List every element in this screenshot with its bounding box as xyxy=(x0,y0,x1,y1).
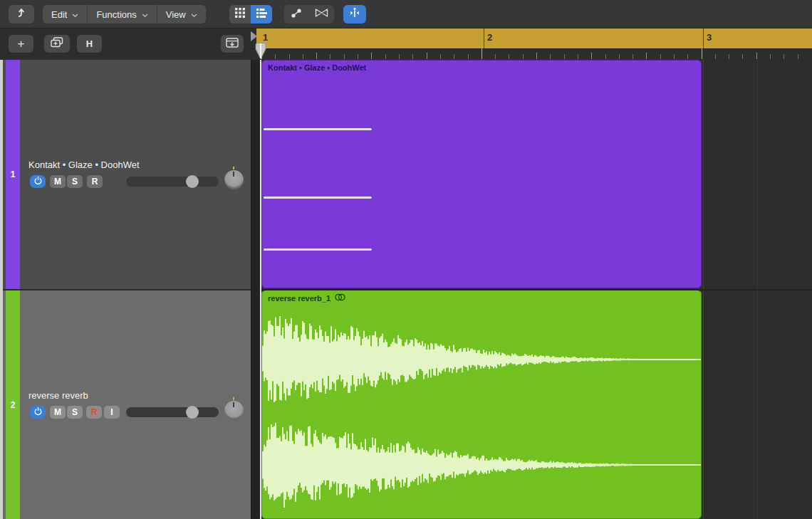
stereo-waveform xyxy=(262,290,702,519)
ruler-tick xyxy=(523,54,524,59)
ruler-tick xyxy=(468,54,469,59)
track-name[interactable]: Kontakt • Glaze • DoohWet xyxy=(28,159,140,170)
ruler-tick xyxy=(412,54,413,59)
solo-button[interactable]: S xyxy=(67,406,83,419)
ruler-tick xyxy=(275,54,276,59)
window-left-edge xyxy=(0,60,3,519)
mute-button[interactable]: M xyxy=(50,175,66,188)
menu-edit-label: Edit xyxy=(51,9,67,20)
track-color-strip[interactable]: 2 xyxy=(6,290,20,519)
crossfade-button[interactable] xyxy=(308,5,334,23)
pan-knob[interactable] xyxy=(224,170,244,189)
list-view-button[interactable] xyxy=(251,5,272,23)
ruler-tick xyxy=(440,54,441,59)
automation-icon xyxy=(291,8,302,21)
hide-tracks-button[interactable]: H xyxy=(77,35,102,53)
catch-playhead-icon xyxy=(349,7,360,21)
track-on-off-button[interactable] xyxy=(30,406,46,419)
ruler-tick xyxy=(316,53,317,59)
solo-button[interactable]: S xyxy=(67,175,83,188)
record-button[interactable]: R xyxy=(87,175,103,188)
volume-slider-handle[interactable] xyxy=(186,175,199,188)
playhead-line[interactable] xyxy=(260,60,261,519)
audio-region[interactable]: reverse reverb_1 xyxy=(261,290,702,519)
ruler-tick xyxy=(371,53,372,59)
ruler-tick xyxy=(385,54,386,59)
ruler-tick xyxy=(591,53,592,59)
track-header-config-button[interactable] xyxy=(221,35,244,53)
ruler-tick xyxy=(756,53,757,59)
volume-slider-handle[interactable] xyxy=(186,406,199,419)
track-on-off-button[interactable] xyxy=(30,175,46,188)
region-label: reverse reverb_1 xyxy=(268,293,345,303)
cycle-range[interactable]: 1 2 3 xyxy=(256,28,812,48)
grid-view-button[interactable] xyxy=(229,5,251,23)
track-header-config-icon xyxy=(226,38,239,51)
bar-line xyxy=(484,28,484,48)
track-bar-and-ruler: + H 1 2 3 xyxy=(0,28,812,60)
ruler-tick xyxy=(633,54,633,59)
add-track-button[interactable]: + xyxy=(9,35,33,53)
tracks-main-area: 1 Kontakt • Glaze • DoohWet M S R xyxy=(0,60,812,519)
menu-edit[interactable]: Edit xyxy=(43,5,88,23)
track-list-icon xyxy=(256,8,267,21)
ruler-tick xyxy=(330,54,330,59)
ruler-tick xyxy=(605,54,606,59)
hide-tracks-label: H xyxy=(86,38,93,49)
mute-button[interactable]: M xyxy=(50,406,66,419)
ruler-tick xyxy=(303,54,303,59)
bar-number: 3 xyxy=(707,32,712,43)
ruler-tick xyxy=(550,54,551,59)
menu-view[interactable]: View xyxy=(157,5,206,23)
ruler-ticks xyxy=(251,48,812,60)
region-label-text: reverse reverb_1 xyxy=(268,294,330,303)
track-header-2[interactable]: 2 reverse reverb M S R I xyxy=(0,290,251,519)
ruler-tick xyxy=(399,54,400,59)
bar-number: 1 xyxy=(263,32,268,43)
track-lane-area[interactable]: Kontakt • Glaze • DoohWet reverse reverb… xyxy=(260,60,812,519)
duplicate-track-button[interactable] xyxy=(44,35,70,53)
ruler-tick xyxy=(674,54,675,59)
track-name[interactable]: reverse reverb xyxy=(28,390,88,401)
catch-playhead-button[interactable] xyxy=(343,5,366,23)
region-label: Kontakt • Glaze • DoohWet xyxy=(268,63,366,72)
ruler-tick xyxy=(702,48,702,59)
menu-functions-label: Functions xyxy=(96,9,136,20)
move-up-button[interactable] xyxy=(9,5,34,23)
midi-note xyxy=(264,128,372,130)
track-number: 2 xyxy=(11,400,16,410)
ruler-tick xyxy=(742,54,743,59)
menu-view-label: View xyxy=(166,9,186,20)
input-monitor-button[interactable]: I xyxy=(104,406,120,419)
ruler-tick xyxy=(482,48,482,59)
chevron-down-icon xyxy=(72,9,78,20)
ruler-tick xyxy=(536,53,537,59)
ruler-tick xyxy=(784,54,784,59)
up-arrow-icon xyxy=(16,7,27,21)
ruler-tick xyxy=(798,54,798,59)
track-header-1[interactable]: 1 Kontakt • Glaze • DoohWet M S R xyxy=(0,60,251,289)
volume-slider[interactable] xyxy=(126,407,219,417)
track-color-strip[interactable]: 1 xyxy=(6,60,20,289)
ruler-tick xyxy=(660,54,661,59)
bar-line xyxy=(703,28,704,48)
track-number: 1 xyxy=(11,169,16,179)
ruler-tick xyxy=(509,54,509,59)
logic-pro-window: Edit Functions View xyxy=(0,0,812,519)
track-headers: 1 Kontakt • Glaze • DoohWet M S R xyxy=(0,60,251,519)
record-button[interactable]: R xyxy=(86,406,102,419)
ruler-tick xyxy=(619,54,620,59)
automation-button[interactable] xyxy=(284,5,308,23)
volume-slider[interactable] xyxy=(126,177,219,187)
toolbar: Edit Functions View xyxy=(0,0,812,28)
midi-region[interactable]: Kontakt • Glaze • DoohWet xyxy=(261,60,702,288)
bar-ruler[interactable]: 1 2 3 xyxy=(251,28,812,60)
power-icon xyxy=(33,176,43,187)
ruler-tick xyxy=(358,54,358,59)
playhead-handle[interactable] xyxy=(254,43,267,63)
plus-icon: + xyxy=(18,37,25,51)
duplicate-track-icon xyxy=(51,37,63,51)
menu-functions[interactable]: Functions xyxy=(88,5,157,23)
pan-knob[interactable] xyxy=(224,401,244,420)
ruler-tick xyxy=(770,54,771,59)
